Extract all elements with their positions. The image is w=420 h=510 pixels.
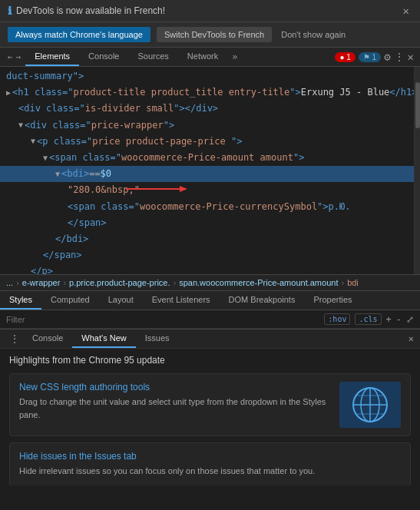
tab-badges: ● 1 ⚑ 1 <box>335 52 381 62</box>
scrollbar-thumb[interactable] <box>415 82 420 128</box>
settings-icon[interactable]: ⚙ <box>384 51 390 63</box>
dom-line[interactable]: ▶ <h1 class="product-title product_title… <box>0 84 420 101</box>
main-tab-bar: ← → Elements Console Sources Network » ●… <box>0 48 420 67</box>
tab-styles[interactable]: Styles <box>0 291 41 310</box>
feature-card-2-title[interactable]: Hide issues in the Issues tab <box>19 451 393 462</box>
dom-text: Erxung J5 - Blue <box>301 85 390 100</box>
notification-text: DevTools is now available in French! <box>16 5 395 16</box>
dom-tag: duct-summary"> <box>6 69 84 84</box>
language-bar: Always match Chrome's language Switch De… <box>0 22 420 48</box>
expand-arrow-icon[interactable]: ▼ <box>43 152 48 164</box>
dom-line[interactable]: <span class="woocommerce-Price-currencyS… <box>0 199 420 215</box>
tab-network[interactable]: Network <box>178 48 227 66</box>
dom-line[interactable]: ▼ <p class="price product-page-price "> <box>0 134 420 150</box>
dom-line[interactable]: </p> <box>0 263 420 274</box>
tab-sources[interactable]: Sources <box>128 48 177 66</box>
dom-line[interactable]: "280.0&nbsp;" <box>0 182 420 198</box>
feature-card-2-desc: Hide irrelevant issues so you can focus … <box>19 465 393 478</box>
console-tab-console[interactable]: Console <box>23 330 72 348</box>
dom-line[interactable]: duct-summary"> <box>0 68 420 84</box>
dom-dollar: $0 <box>101 167 111 181</box>
dom-tag: </p> <box>31 264 53 274</box>
breadcrumb-item[interactable]: p.price.product-page-price. <box>69 278 170 287</box>
tab-event-listeners[interactable]: Event Listeners <box>143 291 220 310</box>
dom-tag: <bdi> <box>61 167 89 181</box>
filter-hov-button[interactable]: :hov <box>324 313 350 325</box>
breadcrumb-item-active[interactable]: bdi <box>347 278 359 287</box>
expand-arrow-icon[interactable]: ▼ <box>31 135 35 147</box>
expand-arrow-icon[interactable]: ▼ <box>55 168 60 180</box>
breadcrumb-separator: › <box>174 278 177 287</box>
dont-show-again-button[interactable]: Don't show again <box>281 30 346 39</box>
nav-forward-icon[interactable]: → <box>16 52 21 62</box>
dom-tag: <span class="woocommerce-Price-amount am… <box>49 151 304 165</box>
switch-devtools-button[interactable]: Switch DevTools to French <box>157 27 272 42</box>
dom-line[interactable]: </span> <box>0 247 420 263</box>
tab-layout[interactable]: Layout <box>99 291 143 310</box>
dom-viewer: duct-summary"> ▶ <h1 class="product-titl… <box>0 67 420 274</box>
dom-tag: </span> <box>68 216 107 230</box>
notification-close-button[interactable]: ✕ <box>400 5 412 17</box>
breadcrumb-bar: ... › e-wrapper › p.price.product-page-p… <box>0 274 420 291</box>
svg-marker-1 <box>180 186 187 192</box>
tab-elements[interactable]: Elements <box>25 48 79 66</box>
breadcrumb-item[interactable]: e-wrapper <box>22 278 61 287</box>
console-tab-issues[interactable]: Issues <box>136 330 179 348</box>
flag-badge[interactable]: ⚑ 1 <box>359 52 381 62</box>
filter-bar: :hov .cls + - ⤢ <box>0 310 420 329</box>
feature-card-1-desc: Drag to change the unit value and select… <box>19 396 332 421</box>
dom-tag: </bdi> <box>55 232 88 247</box>
filter-add-icon[interactable]: + <box>386 314 392 325</box>
whats-new-title: Highlights from the Chrome 95 update <box>9 355 411 366</box>
breadcrumb-separator: › <box>63 278 66 287</box>
styles-tab-bar: Styles Computed Layout Event Listeners D… <box>0 291 420 310</box>
dom-line-selected[interactable]: ▼ <bdi> == $0 <box>0 166 420 182</box>
tab-properties[interactable]: Properties <box>304 291 361 310</box>
info-icon: ℹ <box>8 5 12 17</box>
dom-scrollbar[interactable] <box>414 67 420 274</box>
more-vert-icon[interactable]: ⋮ <box>394 51 405 63</box>
dom-tag: </span> <box>43 248 82 263</box>
dom-tag: <div class="is-divider small"></div> <box>18 101 218 116</box>
expand-arrow-icon[interactable]: ▼ <box>18 119 23 131</box>
nav-icons: ← → <box>3 49 25 65</box>
feature-card-1-title[interactable]: New CSS length authoring tools <box>19 382 332 392</box>
tab-console[interactable]: Console <box>79 48 128 66</box>
console-close-icon[interactable]: ✕ <box>408 333 414 344</box>
dom-line[interactable]: ▼ <div class="price-wrapper"> <box>0 118 420 134</box>
breadcrumb-item[interactable]: span.woocommerce-Price-amount.amount <box>179 278 338 287</box>
dom-tag: <div class="price-wrapper"> <box>25 118 174 133</box>
feature-card-2-content: Hide issues in the Issues tab Hide irrel… <box>19 451 393 478</box>
console-tab-bar: ⋮ Console What's New Issues ✕ <box>0 329 420 349</box>
dom-line[interactable]: </span> <box>0 215 420 231</box>
breadcrumb-item[interactable]: ... <box>6 278 13 287</box>
breadcrumb-separator: › <box>16 278 19 287</box>
whats-new-content: Highlights from the Chrome 95 update New… <box>0 349 420 485</box>
tab-settings-icons: ⚙ ⋮ ✕ <box>381 51 417 63</box>
filter-expand-icon[interactable]: ⤢ <box>406 314 414 325</box>
dom-line[interactable]: ▼ <span class="woocommerce-Price-amount … <box>0 150 420 166</box>
console-tab-whats-new[interactable]: What's New <box>72 330 135 348</box>
feature-card-2: Hide issues in the Issues tab Hide irrel… <box>9 442 411 485</box>
dom-equals: == <box>89 167 100 181</box>
filter-remove-icon[interactable]: - <box>396 314 402 325</box>
breadcrumb-separator: › <box>341 278 344 287</box>
feature-card-1-image <box>339 382 401 428</box>
notification-bar: ℹ DevTools is now available in French! ✕ <box>0 0 420 22</box>
filter-cls-button[interactable]: .cls <box>355 313 381 325</box>
expand-arrow-icon[interactable]: ▶ <box>6 87 11 99</box>
tab-more-icon[interactable]: » <box>227 48 242 65</box>
tab-dom-breakpoints[interactable]: DOM Breakpoints <box>220 291 305 310</box>
tab-computed[interactable]: Computed <box>41 291 99 310</box>
dom-line[interactable]: <div class="is-divider small"></div> <box>0 101 420 117</box>
feature-card-1: New CSS length authoring tools Drag to c… <box>9 373 411 436</box>
feature-card-1-content: New CSS length authoring tools Drag to c… <box>19 382 332 421</box>
filter-input[interactable] <box>6 315 319 324</box>
dom-tag: <p class="price product-page-price "> <box>37 134 242 149</box>
dom-line[interactable]: </bdi> <box>0 231 420 247</box>
error-badge[interactable]: ● 1 <box>335 52 355 62</box>
console-dots-icon[interactable]: ⋮ <box>6 330 23 348</box>
nav-back-icon[interactable]: ← <box>8 52 13 62</box>
close-devtools-icon[interactable]: ✕ <box>408 51 414 63</box>
match-language-button[interactable]: Always match Chrome's language <box>8 27 150 42</box>
